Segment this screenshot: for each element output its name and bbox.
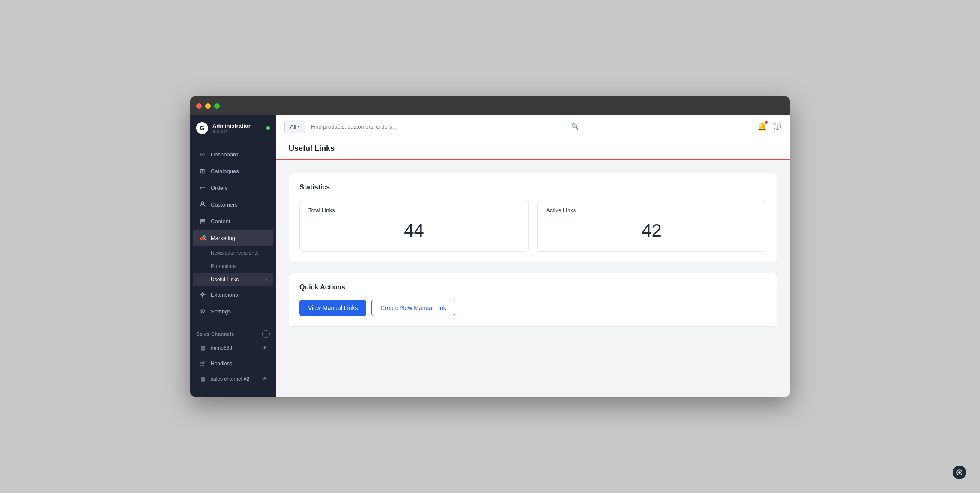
sidebar-item-label: Dashboard	[211, 151, 238, 158]
eye-icon: 👁	[262, 345, 267, 351]
newsletter-label: Newsletter recipients	[211, 250, 258, 256]
channel-label: Headless	[211, 361, 232, 367]
app-window: G Administration 6.6.8.2 ⊙ Dashboard ⊞ C…	[190, 96, 790, 397]
catalogues-icon: ⊞	[199, 167, 206, 175]
statistics-card: Statistics Total Links 44 Active Links 4…	[289, 173, 777, 262]
logo-icon: G	[196, 122, 208, 134]
svg-point-1	[202, 294, 204, 296]
search-button[interactable]: 🔍	[566, 120, 584, 133]
sales-channel-2-icon: ▦	[199, 375, 206, 383]
orders-icon: ▭	[199, 184, 206, 192]
demo668-icon: ▦	[199, 344, 206, 352]
marketing-icon: 📣	[199, 234, 206, 242]
sidebar-item-orders[interactable]: ▭ Orders	[193, 180, 273, 196]
sidebar-item-newsletter[interactable]: Newsletter recipients	[193, 246, 273, 259]
minimize-button[interactable]	[205, 103, 211, 109]
top-bar-actions: 🔔 ⓘ	[757, 121, 781, 132]
active-links-box: Active Links 42	[537, 200, 766, 252]
logo-title: Administration	[212, 123, 252, 129]
logo-text: Administration 6.6.8.2	[212, 123, 252, 134]
sidebar-item-label: Orders	[211, 185, 228, 191]
search-input[interactable]	[305, 120, 566, 133]
extensions-icon	[199, 291, 206, 298]
sidebar-item-extensions[interactable]: Extensions	[193, 286, 273, 303]
settings-icon: ⚙	[199, 307, 206, 315]
collapse-icon: ⊙	[199, 396, 206, 397]
dashboard-icon: ⊙	[199, 150, 206, 158]
close-button[interactable]	[196, 103, 202, 109]
total-links-label: Total Links	[308, 207, 520, 213]
active-links-label: Active Links	[546, 207, 757, 213]
sidebar-item-headless[interactable]: 🛒 Headless	[193, 356, 273, 371]
online-indicator	[266, 126, 270, 130]
quick-actions-title: Quick Actions	[299, 283, 766, 291]
channel-label: sales channel #2	[211, 376, 249, 382]
sidebar-item-useful-links[interactable]: Useful Links ›	[193, 273, 273, 286]
sidebar-item-label: Settings	[211, 308, 231, 315]
traffic-lights	[196, 103, 220, 109]
help-button[interactable]: ⓘ	[774, 121, 781, 132]
chevron-right-icon: ›	[266, 277, 267, 282]
customers-icon	[199, 201, 206, 208]
stats-grid: Total Links 44 Active Links 42	[299, 200, 766, 252]
sidebar-item-label: Customers	[211, 201, 238, 208]
page-header: Useful Links	[276, 138, 790, 160]
app-body: G Administration 6.6.8.2 ⊙ Dashboard ⊞ C…	[190, 115, 790, 397]
view-manual-links-button[interactable]: View Manual Links	[299, 300, 366, 316]
maximize-button[interactable]	[214, 103, 220, 109]
sidebar-logo: G Administration 6.6.8.2	[190, 115, 276, 141]
add-sales-channel-button[interactable]: +	[262, 330, 270, 338]
titlebar	[190, 96, 790, 115]
sidebar-item-demo668[interactable]: ▦ demo668 👁	[193, 341, 273, 355]
total-links-value: 44	[308, 220, 520, 241]
active-links-value: 42	[546, 220, 757, 241]
search-container: All ▾ 🔍	[284, 120, 584, 133]
sidebar-nav: ⊙ Dashboard ⊞ Catalogues ▭ Orders	[190, 141, 276, 324]
sidebar-item-label: Content	[211, 218, 230, 225]
sidebar-item-label: Marketing	[211, 235, 235, 241]
search-filter-button[interactable]: All ▾	[285, 120, 305, 133]
statistics-card-title: Statistics	[299, 183, 766, 191]
sidebar-item-promotions[interactable]: Promotions	[193, 260, 273, 273]
quick-actions-buttons: View Manual Links Create New Manual Link	[299, 300, 766, 316]
sidebar-item-content[interactable]: ▤ Content	[193, 213, 273, 229]
sidebar-item-settings[interactable]: ⚙ Settings	[193, 303, 273, 319]
sidebar-item-label: Catalogues	[211, 168, 239, 174]
useful-links-label: Useful Links	[211, 277, 239, 283]
promotions-label: Promotions	[211, 263, 237, 269]
sidebar: G Administration 6.6.8.2 ⊙ Dashboard ⊞ C…	[190, 115, 276, 397]
eye-icon: 👁	[262, 376, 267, 382]
sidebar-item-sales-channel-2[interactable]: ▦ sales channel #2 👁	[193, 372, 273, 386]
sidebar-item-dashboard[interactable]: ⊙ Dashboard	[193, 146, 273, 162]
quick-actions-card: Quick Actions View Manual Links Create N…	[289, 273, 777, 327]
total-links-box: Total Links 44	[299, 200, 529, 252]
search-filter-label: All	[290, 123, 296, 130]
sidebar-item-label: Extensions	[211, 292, 238, 298]
sidebar-bottom: ⊙ Collapse menu	[190, 387, 276, 397]
sidebar-item-customers[interactable]: Customers	[193, 196, 273, 213]
notification-dot	[765, 121, 768, 124]
notification-button[interactable]: 🔔	[757, 122, 767, 131]
headless-icon: 🛒	[199, 360, 206, 367]
sidebar-item-marketing[interactable]: 📣 Marketing	[193, 230, 273, 246]
channel-label: demo668	[211, 345, 232, 351]
sidebar-item-catalogues[interactable]: ⊞ Catalogues	[193, 163, 273, 179]
sales-channels-title: Sales Channels	[196, 331, 234, 337]
collapse-menu-button[interactable]: ⊙ Collapse menu	[193, 392, 273, 397]
logo-version: 6.6.8.2	[212, 129, 252, 134]
svg-point-0	[201, 202, 204, 204]
content-area: Statistics Total Links 44 Active Links 4…	[276, 160, 790, 397]
top-bar: All ▾ 🔍 🔔 ⓘ	[276, 115, 790, 138]
chevron-down-icon: ▾	[298, 124, 300, 129]
main-content: All ▾ 🔍 🔔 ⓘ Useful Links	[276, 115, 790, 397]
content-icon: ▤	[199, 217, 206, 225]
page-title: Useful Links	[289, 144, 777, 153]
sales-channels-header: Sales Channels +	[190, 324, 276, 340]
create-new-manual-link-button[interactable]: Create New Manual Link	[371, 300, 455, 316]
